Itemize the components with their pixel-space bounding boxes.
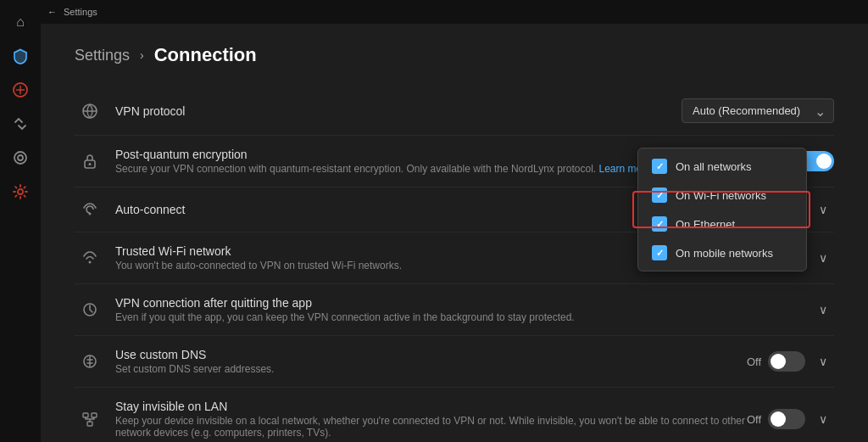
vpn-after-quit-chevron[interactable]: ∨	[812, 299, 834, 320]
page-header: Settings › Connection	[75, 44, 834, 66]
main-area: ← Settings Settings › Connection VPN pro…	[41, 0, 868, 442]
breadcrumb-settings: Settings	[75, 47, 130, 64]
svg-point-6	[89, 213, 92, 215]
trusted-wifi-chevron[interactable]: ∨	[812, 248, 834, 268]
ac-label-ethernet: On Ethernet	[676, 218, 735, 231]
trusted-wifi-icon	[75, 249, 105, 266]
auto-connect-dropdown: On all networks On Wi-Fi networks On Eth…	[637, 148, 807, 271]
svg-point-1	[14, 152, 26, 164]
invisible-lan-off-label: Off	[747, 413, 761, 426]
breadcrumb-chevron: ›	[140, 48, 144, 62]
custom-dns-row: Use custom DNS Set custom DNS server add…	[75, 336, 834, 388]
vpn-protocol-title: VPN protocol	[115, 104, 682, 118]
svg-point-3	[18, 189, 23, 194]
vpn-protocol-dropdown-wrapper[interactable]: Auto (Recommended) NordLynx OpenVPN (TCP…	[682, 98, 834, 123]
page-title: Connection	[154, 44, 257, 66]
custom-dns-text: Use custom DNS Set custom DNS server add…	[115, 348, 747, 375]
auto-connect-control: ∨	[812, 199, 834, 220]
invisible-lan-control: Off ∨	[747, 409, 834, 429]
sidebar: ⌂	[0, 0, 41, 442]
vpn-protocol-text: VPN protocol	[115, 104, 682, 118]
invisible-lan-subtitle: Keep your device invisible on a local ne…	[115, 415, 747, 439]
target-icon[interactable]	[5, 143, 36, 173]
custom-dns-control: Off ∨	[747, 351, 834, 372]
settings-sidebar-icon[interactable]	[5, 176, 36, 207]
svg-rect-12	[87, 422, 92, 426]
custom-dns-subtitle: Set custom DNS server addresses.	[115, 363, 747, 375]
svg-rect-11	[92, 413, 97, 417]
trusted-wifi-control: ∨	[812, 248, 834, 268]
ac-label-wifi: On Wi-Fi networks	[676, 189, 766, 202]
custom-dns-title: Use custom DNS	[115, 348, 747, 361]
vpn-after-quit-row: VPN connection after quitting the app Ev…	[75, 284, 834, 336]
ac-option-all-networks[interactable]: On all networks	[638, 152, 806, 181]
custom-dns-toggle[interactable]	[768, 351, 805, 372]
titlebar: ← Settings	[41, 0, 868, 24]
custom-dns-icon	[75, 353, 105, 370]
invisible-lan-text: Stay invisible on LAN Keep your device i…	[115, 400, 747, 439]
svg-point-5	[89, 163, 92, 165]
vpn-after-quit-title: VPN connection after quitting the app	[115, 296, 812, 310]
auto-connect-chevron[interactable]: ∨	[812, 199, 834, 220]
vpn-protocol-select[interactable]: Auto (Recommended) NordLynx OpenVPN (TCP…	[682, 98, 834, 123]
ac-label-mobile: On mobile networks	[676, 247, 773, 260]
vpn-after-quit-text: VPN connection after quitting the app Ev…	[115, 296, 812, 323]
vpn-icon[interactable]	[5, 75, 36, 105]
invisible-lan-toggle[interactable]	[768, 409, 805, 429]
custom-dns-toggle-knob	[771, 354, 786, 369]
invisible-lan-chevron[interactable]: ∨	[812, 409, 834, 429]
vpn-protocol-icon	[75, 103, 105, 120]
home-icon[interactable]: ⌂	[5, 7, 36, 37]
vpn-after-quit-icon	[75, 301, 105, 318]
content-area: Settings › Connection VPN protocol Auto …	[41, 24, 868, 442]
ac-checkbox-all-networks[interactable]	[652, 159, 667, 174]
ac-checkbox-wifi[interactable]	[652, 187, 667, 203]
pq-encryption-icon	[75, 153, 105, 170]
ac-checkbox-mobile[interactable]	[652, 245, 667, 260]
titlebar-label: Settings	[64, 7, 97, 17]
invisible-lan-row: Stay invisible on LAN Keep your device i…	[75, 388, 834, 442]
shield-icon[interactable]	[5, 41, 36, 71]
custom-dns-chevron[interactable]: ∨	[812, 351, 834, 372]
svg-rect-10	[83, 413, 88, 417]
svg-point-2	[18, 155, 23, 160]
ac-option-ethernet[interactable]: On Ethernet	[638, 210, 806, 238]
invisible-lan-icon	[75, 411, 105, 428]
custom-dns-off-label: Off	[747, 355, 761, 368]
ac-label-all-networks: On all networks	[676, 160, 752, 173]
ac-option-wifi[interactable]: On Wi-Fi networks	[638, 181, 806, 210]
ac-option-mobile[interactable]: On mobile networks	[638, 238, 806, 267]
svg-point-7	[89, 261, 92, 264]
invisible-lan-toggle-knob	[771, 411, 786, 427]
ac-checkbox-ethernet[interactable]	[652, 216, 667, 232]
vpn-protocol-row: VPN protocol Auto (Recommended) NordLynx…	[75, 87, 834, 136]
back-button[interactable]: ←	[47, 7, 57, 17]
transfer-icon[interactable]	[5, 109, 36, 139]
vpn-after-quit-control: ∨	[812, 299, 834, 320]
auto-connect-row: Auto-connect On all networks On Wi-Fi ne…	[75, 187, 834, 232]
pq-encryption-toggle-knob	[816, 154, 832, 169]
vpn-after-quit-subtitle: Even if you quit the app, you can keep t…	[115, 311, 812, 323]
auto-connect-icon	[75, 201, 105, 218]
invisible-lan-title: Stay invisible on LAN	[115, 400, 747, 413]
vpn-protocol-control[interactable]: Auto (Recommended) NordLynx OpenVPN (TCP…	[682, 98, 834, 123]
